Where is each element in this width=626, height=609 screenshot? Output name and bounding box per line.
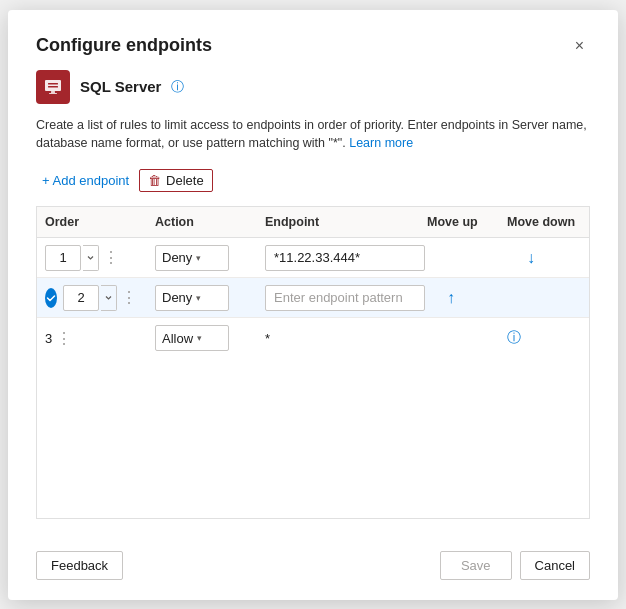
close-button[interactable]: × xyxy=(569,34,590,58)
service-info-icon[interactable]: ⓘ xyxy=(171,78,184,96)
description-text: Create a list of rules to limit access t… xyxy=(36,116,590,154)
row2-order-box xyxy=(63,285,117,311)
row2-move-up-button[interactable]: ↑ xyxy=(441,287,461,309)
row1-order-box xyxy=(45,245,99,271)
row1-order-cell: ⋮ xyxy=(37,245,147,271)
delete-icon: 🗑 xyxy=(148,173,161,188)
sql-server-icon xyxy=(36,70,70,104)
row2-order-chevron[interactable] xyxy=(101,285,117,311)
header-endpoint: Endpoint xyxy=(257,215,419,229)
row1-action-value: Deny xyxy=(162,250,192,265)
learn-more-link[interactable]: Learn more xyxy=(349,136,413,150)
configure-endpoints-dialog: Configure endpoints × SQL Server ⓘ Creat… xyxy=(8,10,618,600)
table-row: 3 ⋮ Allow ▾ * ⓘ xyxy=(37,318,589,358)
table-row: ⋮ Deny ▾ ↓ xyxy=(37,238,589,278)
row1-action-select[interactable]: Deny ▾ xyxy=(155,245,229,271)
row1-move-down-button[interactable]: ↓ xyxy=(521,247,541,269)
row3-action-value: Allow xyxy=(162,331,193,346)
add-endpoint-button[interactable]: + Add endpoint xyxy=(36,169,135,192)
dialog-footer: Feedback Save Cancel xyxy=(36,539,590,580)
description-main: Create a list of rules to limit access t… xyxy=(36,118,587,151)
row2-action-select[interactable]: Deny ▾ xyxy=(155,285,229,311)
row1-drag-handle[interactable]: ⋮ xyxy=(99,248,123,267)
row3-action-cell: Allow ▾ xyxy=(147,325,257,351)
row3-endpoint-value: * xyxy=(265,331,270,346)
row2-move-up-cell: ↑ xyxy=(433,287,513,309)
row1-endpoint-cell xyxy=(257,245,433,271)
row3-move-down-cell: ⓘ xyxy=(499,329,589,347)
row3-order-cell: 3 ⋮ xyxy=(37,329,147,348)
service-name: SQL Server xyxy=(80,78,161,95)
row2-action-cell: Deny ▾ xyxy=(147,285,257,311)
row3-order-value: 3 xyxy=(45,331,52,346)
row3-action-select[interactable]: Allow ▾ xyxy=(155,325,229,351)
svg-rect-3 xyxy=(51,91,55,93)
header-order: Order xyxy=(37,215,147,229)
feedback-button[interactable]: Feedback xyxy=(36,551,123,580)
row2-action-value: Deny xyxy=(162,290,192,305)
row1-order-chevron[interactable] xyxy=(83,245,99,271)
row2-endpoint-input[interactable] xyxy=(265,285,425,311)
header-move-down: Move down xyxy=(499,215,589,229)
delete-button[interactable]: 🗑 Delete xyxy=(139,169,213,192)
svg-rect-0 xyxy=(45,80,61,91)
svg-rect-2 xyxy=(48,86,58,88)
svg-rect-1 xyxy=(48,83,58,85)
table-row: ⋮ Deny ▾ ↑ xyxy=(37,278,589,318)
endpoints-table: Order Action Endpoint Move up Move down … xyxy=(36,206,590,519)
row2-order-input[interactable] xyxy=(63,285,99,311)
row1-action-chevron-icon: ▾ xyxy=(196,253,222,263)
row2-order-cell: ⋮ xyxy=(37,285,147,311)
header-move-up: Move up xyxy=(419,215,499,229)
row3-drag-handle[interactable]: ⋮ xyxy=(52,329,76,348)
row2-selected-icon xyxy=(45,288,57,308)
row2-action-chevron-icon: ▾ xyxy=(196,293,222,303)
row1-move-down-cell: ↓ xyxy=(513,247,603,269)
svg-rect-4 xyxy=(49,93,57,94)
dialog-header: Configure endpoints × xyxy=(36,34,590,58)
service-row: SQL Server ⓘ xyxy=(36,70,590,104)
row3-action-chevron-icon: ▾ xyxy=(197,333,222,343)
header-action: Action xyxy=(147,215,257,229)
toolbar: + Add endpoint 🗑 Delete xyxy=(36,169,590,192)
row2-drag-handle[interactable]: ⋮ xyxy=(117,288,141,307)
row3-endpoint-cell: * xyxy=(257,331,419,346)
row2-endpoint-cell xyxy=(257,285,433,311)
table-header: Order Action Endpoint Move up Move down xyxy=(37,207,589,238)
row1-endpoint-input[interactable] xyxy=(265,245,425,271)
cancel-button[interactable]: Cancel xyxy=(520,551,590,580)
save-button[interactable]: Save xyxy=(440,551,512,580)
row1-action-cell: Deny ▾ xyxy=(147,245,257,271)
dialog-title: Configure endpoints xyxy=(36,35,212,56)
row3-info-icon[interactable]: ⓘ xyxy=(507,329,521,347)
row1-order-input[interactable] xyxy=(45,245,81,271)
footer-actions: Save Cancel xyxy=(440,551,590,580)
